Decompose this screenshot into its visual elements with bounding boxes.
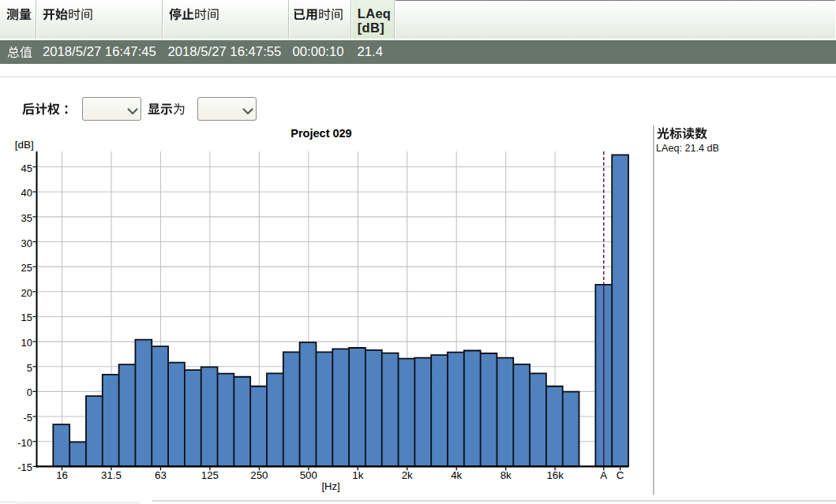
svg-text:125: 125 xyxy=(201,469,219,481)
svg-text:31.5: 31.5 xyxy=(101,469,122,481)
svg-text:25: 25 xyxy=(21,262,32,274)
svg-text:-15: -15 xyxy=(17,461,32,473)
svg-text:A: A xyxy=(600,469,607,481)
svg-text:1k: 1k xyxy=(352,469,363,481)
svg-text:0: 0 xyxy=(27,386,32,398)
svg-text:-10: -10 xyxy=(17,437,32,449)
svg-text:500: 500 xyxy=(300,469,317,481)
svg-text:63: 63 xyxy=(155,469,167,481)
svg-text:30: 30 xyxy=(21,237,32,249)
svg-text:16k: 16k xyxy=(546,469,564,481)
svg-text:[Hz]: [Hz] xyxy=(321,480,339,492)
svg-text:15: 15 xyxy=(21,312,32,323)
svg-text:20: 20 xyxy=(21,287,32,299)
svg-text:40: 40 xyxy=(21,187,32,199)
svg-text:2k: 2k xyxy=(402,469,413,481)
svg-text:C: C xyxy=(617,469,624,481)
svg-text:250: 250 xyxy=(250,469,268,481)
svg-text:16: 16 xyxy=(56,469,68,481)
svg-text:-5: -5 xyxy=(23,412,32,424)
svg-text:45: 45 xyxy=(21,162,32,174)
svg-text:10: 10 xyxy=(21,337,32,349)
svg-text:5: 5 xyxy=(27,362,32,374)
svg-text:[dB]: [dB] xyxy=(15,139,34,151)
svg-text:Project 029: Project 029 xyxy=(291,127,351,140)
svg-text:35: 35 xyxy=(21,212,32,224)
svg-text:8k: 8k xyxy=(500,469,512,481)
svg-text:4k: 4k xyxy=(451,469,462,481)
